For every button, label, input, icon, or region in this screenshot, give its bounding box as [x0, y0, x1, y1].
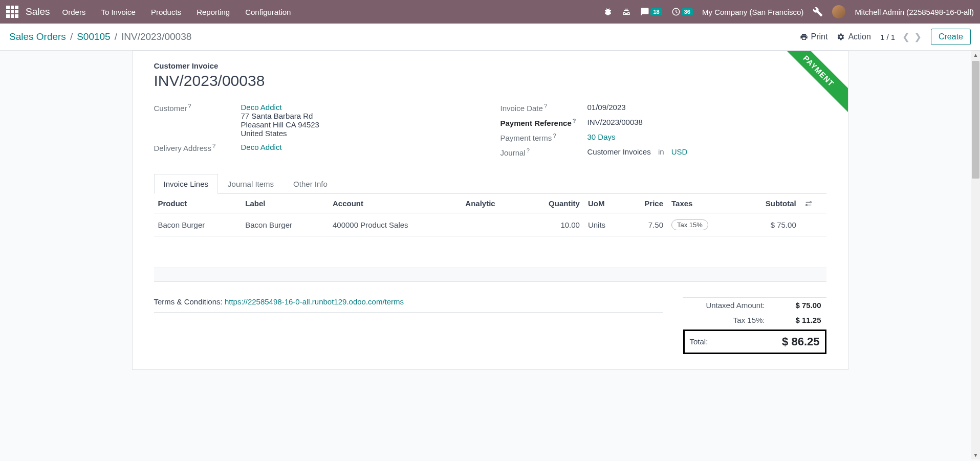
currency-link[interactable]: USD — [671, 147, 688, 156]
total-box: Total: $ 86.25 — [683, 330, 826, 354]
activity-icon[interactable]: 36 — [671, 7, 693, 16]
customer-link[interactable]: Deco Addict — [241, 103, 282, 112]
th-taxes[interactable]: Taxes — [667, 194, 738, 213]
invoice-lines-table: Product Label Account Analytic Quantity … — [154, 194, 826, 268]
cell-analytic — [461, 213, 521, 237]
tax-chip: Tax 15% — [671, 219, 708, 230]
tools-icon[interactable] — [813, 7, 823, 17]
pager[interactable]: 1 / 1 — [880, 33, 895, 41]
cell-label: Bacon Burger — [241, 213, 329, 237]
tax-line-value: $ 11.25 — [775, 316, 821, 324]
payment-ref-label: Payment Reference? — [500, 117, 587, 127]
content-area: PAYMENT Customer Invoice INV/2023/00038 … — [0, 51, 980, 459]
invoice-date-value: 01/09/2023 — [587, 102, 626, 112]
scroll-up-icon[interactable]: ▲ — [972, 51, 980, 59]
th-price[interactable]: Price — [624, 194, 667, 213]
pager-prev-icon[interactable]: ❮ — [902, 31, 910, 42]
invoice-date-label: Invoice Date? — [500, 102, 587, 113]
action-button[interactable]: Action — [837, 32, 870, 41]
activity-badge: 36 — [682, 8, 693, 15]
nav-to-invoice[interactable]: To Invoice — [101, 8, 136, 16]
payment-ref-value: INV/2023/00038 — [587, 117, 643, 126]
cell-account: 400000 Product Sales — [329, 213, 461, 237]
untaxed-value: $ 75.00 — [775, 301, 821, 310]
cell-uom: Units — [584, 213, 625, 237]
form-left: Customer? Deco Addict 77 Santa Barbara R… — [154, 102, 480, 161]
tax-line-label: Tax 15%: — [688, 316, 775, 324]
scroll-thumb[interactable] — [972, 61, 979, 179]
cell-taxes: Tax 15% — [667, 213, 738, 237]
total-value: $ 86.25 — [782, 335, 819, 348]
nav-products[interactable]: Products — [151, 8, 181, 16]
cell-price: 7.50 — [624, 213, 667, 237]
nav-menu: Orders To Invoice Products Reporting Con… — [62, 8, 291, 16]
th-product[interactable]: Product — [154, 194, 242, 213]
print-button[interactable]: Print — [800, 32, 828, 41]
form-right: Invoice Date? 01/09/2023 Payment Referen… — [500, 102, 826, 161]
nav-reporting[interactable]: Reporting — [197, 8, 230, 16]
untaxed-label: Untaxed Amount: — [688, 301, 775, 310]
tray-icon[interactable] — [622, 7, 631, 16]
app-name[interactable]: Sales — [26, 6, 50, 17]
company-switcher[interactable]: My Company (San Francisco) — [702, 8, 803, 16]
gear-icon — [837, 33, 845, 41]
breadcrumb-root[interactable]: Sales Orders — [9, 31, 66, 42]
customer-addr3: United States — [241, 129, 319, 138]
invoice-title: INV/2023/00038 — [154, 72, 826, 90]
nav-configuration[interactable]: Configuration — [245, 8, 291, 16]
messages-badge: 18 — [650, 8, 662, 15]
delivery-link[interactable]: Deco Addict — [241, 143, 282, 151]
control-panel: Sales Orders / S00105 / INV/2023/00038 P… — [0, 24, 980, 51]
tab-journal-items[interactable]: Journal Items — [218, 174, 284, 194]
svg-point-2 — [805, 204, 807, 206]
form-sheet: PAYMENT Customer Invoice INV/2023/00038 … — [132, 51, 848, 370]
customer-label: Customer? — [154, 102, 241, 113]
svg-point-1 — [810, 202, 811, 203]
terms-link[interactable]: https://22585498-16-0-all.runbot129.odoo… — [225, 297, 404, 306]
journal-label: Journal? — [500, 146, 587, 157]
th-label[interactable]: Label — [241, 194, 329, 213]
action-label: Action — [848, 32, 870, 41]
user-menu[interactable]: Mitchell Admin (22585498-16-0-all) — [855, 8, 974, 16]
customer-addr1: 77 Santa Barbara Rd — [241, 112, 319, 120]
totals-section: Untaxed Amount: $ 75.00 Tax 15%: $ 11.25… — [683, 297, 826, 354]
tab-invoice-lines[interactable]: Invoice Lines — [154, 174, 219, 194]
cell-quantity: 10.00 — [521, 213, 584, 237]
customer-value: Deco Addict 77 Santa Barbara Rd Pleasant… — [241, 102, 319, 138]
breadcrumb-order[interactable]: S00105 — [77, 31, 111, 42]
cell-subtotal: $ 75.00 — [738, 213, 800, 237]
tab-other-info[interactable]: Other Info — [284, 174, 337, 194]
payment-terms-link[interactable]: 30 Days — [587, 133, 616, 141]
topbar: Sales Orders To Invoice Products Reporti… — [0, 0, 980, 24]
print-icon — [800, 33, 808, 41]
pager-next-icon[interactable]: ❯ — [914, 31, 922, 42]
delivery-label: Delivery Address? — [154, 142, 241, 152]
breadcrumb-sep: / — [115, 31, 117, 42]
customer-addr2: Pleasant Hill CA 94523 — [241, 120, 319, 129]
print-label: Print — [811, 32, 828, 41]
invoice-subtitle: Customer Invoice — [154, 61, 826, 70]
messages-icon[interactable]: 18 — [640, 7, 662, 16]
create-button[interactable]: Create — [931, 29, 971, 45]
bug-icon[interactable] — [603, 7, 613, 16]
terms-label: Terms & Conditions: — [154, 297, 225, 306]
th-subtotal[interactable]: Subtotal — [738, 194, 800, 213]
th-account[interactable]: Account — [329, 194, 461, 213]
breadcrumb-sep: / — [70, 31, 73, 42]
tab-bar: Invoice Lines Journal Items Other Info — [154, 173, 826, 194]
avatar[interactable] — [832, 5, 845, 18]
th-quantity[interactable]: Quantity — [521, 194, 584, 213]
columns-options-icon[interactable] — [804, 200, 822, 208]
scrollbar[interactable]: ▲ ▼ — [971, 51, 980, 459]
th-uom[interactable]: UoM — [584, 194, 625, 213]
cell-product: Bacon Burger — [154, 213, 242, 237]
th-analytic[interactable]: Analytic — [461, 194, 521, 213]
terms-conditions: Terms & Conditions: https://22585498-16-… — [154, 297, 663, 313]
apps-icon[interactable] — [6, 6, 18, 18]
payment-terms-label: Payment terms? — [500, 131, 587, 142]
breadcrumb: Sales Orders / S00105 / INV/2023/00038 — [9, 31, 191, 42]
table-row[interactable]: Bacon Burger Bacon Burger 400000 Product… — [154, 213, 826, 237]
nav-orders[interactable]: Orders — [62, 8, 86, 16]
scroll-down-icon[interactable]: ▼ — [972, 451, 980, 459]
table-footer-band — [154, 268, 826, 282]
